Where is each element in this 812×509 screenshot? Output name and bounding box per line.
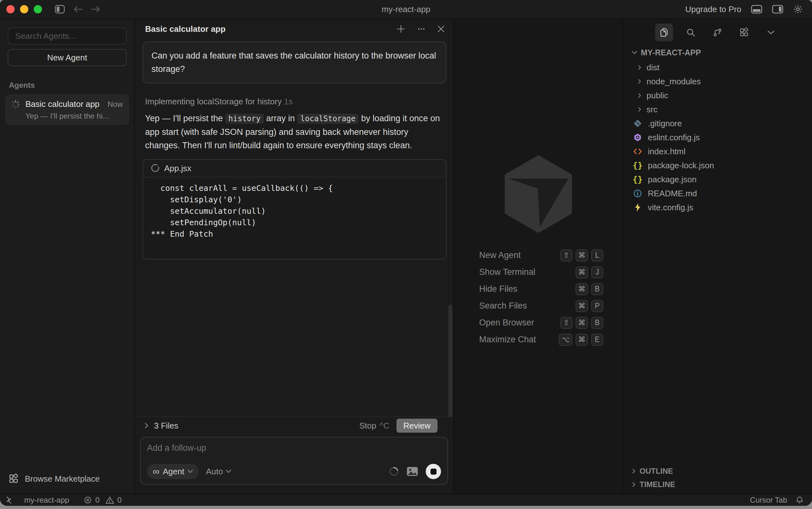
- problems-indicator[interactable]: 0 0: [84, 496, 122, 505]
- error-icon: [84, 496, 92, 504]
- statusbar-project-name[interactable]: my-react-app: [24, 496, 69, 505]
- keycap: ⌘: [576, 249, 588, 262]
- image-icon[interactable]: [407, 467, 418, 476]
- explorer-root-row[interactable]: MY-REACT-APP: [623, 46, 812, 59]
- remote-icon[interactable]: [4, 496, 13, 505]
- chevron-right-icon: [637, 64, 642, 71]
- shortcut-label: Open Browser: [479, 318, 560, 328]
- agent-list-item[interactable]: Basic calculator app Now Yep — I'll pers…: [5, 94, 129, 125]
- chevron-right-icon: [631, 481, 636, 488]
- agents-sidebar: New Agent Agents Basic calculator app No…: [0, 19, 135, 494]
- files-count-label[interactable]: 3 Files: [154, 421, 359, 431]
- shortcut-row[interactable]: Search Files ⌘P: [479, 298, 603, 314]
- minimize-window-button[interactable]: [20, 5, 28, 13]
- folder-name: node_modules: [647, 77, 701, 87]
- keycap: P: [591, 300, 603, 312]
- warning-icon: [105, 496, 114, 504]
- info-file-icon: [633, 189, 643, 198]
- search-icon[interactable]: [682, 24, 700, 41]
- file-name: .gitignore: [648, 118, 682, 129]
- section-label: TIMELINE: [640, 480, 675, 489]
- explorer-bottom-sections: OUTLINE TIMELINE: [623, 465, 812, 494]
- file-name: package.json: [648, 175, 697, 184]
- tree-file-row[interactable]: index.html: [623, 144, 812, 159]
- preview-panel: New Agent ⇧⌘L Show Terminal ⌘J Hide File…: [454, 19, 623, 494]
- shortcut-row[interactable]: Hide Files ⌘B: [479, 280, 603, 298]
- chevron-right-icon[interactable]: [143, 422, 149, 430]
- explorer-section-outline[interactable]: OUTLINE: [623, 465, 812, 478]
- spinner-icon: [389, 466, 399, 477]
- tree-file-row[interactable]: README.md: [623, 186, 812, 200]
- shortcut-label: Hide Files: [479, 284, 576, 294]
- copy-pages-icon[interactable]: [655, 24, 673, 41]
- browse-marketplace-button[interactable]: Browse Marketplace: [0, 473, 134, 494]
- chevron-down-icon[interactable]: [762, 24, 780, 41]
- keycap: ⌘: [576, 317, 588, 329]
- chat-scrollbar[interactable]: [448, 305, 452, 416]
- back-arrow-icon[interactable]: [73, 5, 83, 13]
- panel-bottom-icon[interactable]: [751, 5, 763, 14]
- close-window-button[interactable]: [6, 5, 14, 13]
- extensions-icon: [8, 473, 19, 484]
- section-label: OUTLINE: [640, 467, 673, 476]
- lightning-bolt-icon: [634, 203, 642, 212]
- shortcut-row[interactable]: Show Terminal ⌘J: [479, 264, 603, 280]
- model-dropdown[interactable]: Auto: [206, 467, 231, 477]
- tree-file-row[interactable]: {} package.json: [623, 172, 812, 186]
- stop-button[interactable]: Stop: [359, 421, 376, 431]
- shortcut-row[interactable]: Maximize Chat ⌥⌘E: [479, 331, 603, 348]
- assistant-paragraph: Yep — I'll persist the history array in …: [145, 112, 444, 152]
- agents-section-label: Agents: [9, 81, 134, 90]
- extensions-icon[interactable]: [735, 24, 753, 41]
- tree-folder-row[interactable]: dist: [623, 61, 812, 74]
- chat-scroll-area: Can you add a feature that saves the cal…: [135, 39, 453, 416]
- cursor-cube-logo: [502, 154, 575, 234]
- shortcut-row[interactable]: New Agent ⇧⌘L: [479, 247, 603, 264]
- json-file-icon: {}: [633, 175, 643, 183]
- panel-right-icon[interactable]: [772, 5, 783, 14]
- tree-file-row[interactable]: .gitignore: [623, 116, 812, 130]
- agent-mode-dropdown[interactable]: ∞ Agent: [147, 464, 199, 479]
- user-message-card: Can you add a feature that saves the cal…: [142, 41, 446, 83]
- file-name: vite.config.js: [648, 203, 693, 212]
- stop-generation-button[interactable]: [426, 464, 441, 479]
- source-control-icon[interactable]: [709, 24, 726, 41]
- code-filename: App.jsx: [164, 164, 191, 173]
- upgrade-to-pro-button[interactable]: Upgrade to Pro: [685, 4, 741, 14]
- gear-icon[interactable]: [793, 4, 803, 14]
- new-chat-plus-icon[interactable]: [396, 24, 406, 34]
- code-block-header[interactable]: App.jsx: [143, 160, 446, 177]
- search-agents-input[interactable]: [8, 31, 126, 41]
- tree-file-row[interactable]: eslint.config.js: [623, 130, 812, 144]
- new-agent-button[interactable]: New Agent: [8, 49, 127, 66]
- error-count: 0: [95, 496, 99, 505]
- keycap: ⇧: [560, 317, 572, 329]
- html-file-icon: [633, 147, 643, 156]
- keycap: ⌘: [576, 283, 588, 295]
- composer[interactable]: ∞ Agent Auto: [140, 437, 448, 485]
- shortcut-row[interactable]: Open Browser ⇧⌘B: [479, 314, 603, 331]
- cursor-tab-label[interactable]: Cursor Tab: [750, 496, 787, 505]
- follow-up-input[interactable]: [147, 443, 441, 453]
- keycap: ⇧: [560, 249, 572, 262]
- tree-folder-row[interactable]: src: [623, 102, 812, 116]
- tree-folder-row[interactable]: node_modules: [623, 74, 812, 89]
- tree-folder-row[interactable]: public: [623, 89, 812, 102]
- file-name: index.html: [648, 147, 686, 157]
- review-button[interactable]: Review: [397, 419, 438, 433]
- forward-arrow-icon[interactable]: [91, 5, 101, 13]
- search-agents-box: [8, 27, 127, 44]
- titlebar: my-react-app Upgrade to Pro: [0, 0, 812, 19]
- tree-file-row[interactable]: vite.config.js: [623, 200, 812, 214]
- keycap: J: [591, 266, 603, 278]
- bell-icon[interactable]: [796, 496, 804, 505]
- traffic-lights: [6, 5, 42, 13]
- sidebar-toggle-icon[interactable]: [55, 5, 65, 14]
- explorer-section-timeline[interactable]: TIMELINE: [623, 478, 812, 491]
- zoom-window-button[interactable]: [34, 5, 42, 13]
- keycap: L: [591, 249, 603, 262]
- tree-file-row[interactable]: {} package-lock.json: [623, 159, 812, 172]
- json-file-icon: {}: [633, 161, 643, 170]
- more-options-icon[interactable]: [416, 24, 426, 34]
- close-icon[interactable]: [437, 25, 445, 33]
